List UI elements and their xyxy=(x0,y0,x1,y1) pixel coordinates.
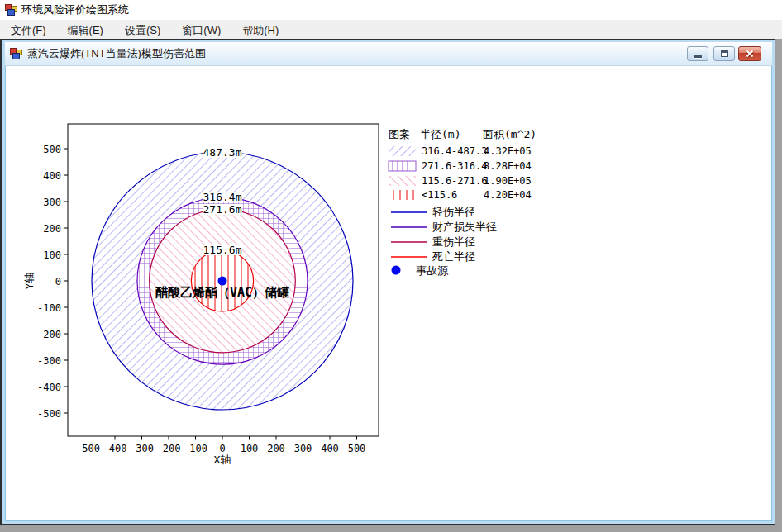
close-icon xyxy=(745,49,755,59)
menu-help[interactable]: 帮助(H) xyxy=(231,20,289,39)
close-button[interactable] xyxy=(738,46,761,61)
menu-bar: 文件(F) 编辑(E) 设置(S) 窗口(W) 帮助(H) xyxy=(0,20,782,39)
minimize-icon xyxy=(694,55,702,58)
main-titlebar: 环境风险评价绘图系统 xyxy=(0,0,782,20)
menu-edit[interactable]: 编辑(E) xyxy=(57,20,114,39)
minimize-button[interactable] xyxy=(687,46,708,61)
menu-window[interactable]: 窗口(W) xyxy=(171,20,231,39)
window-controls xyxy=(682,46,761,61)
restore-button[interactable] xyxy=(713,46,735,61)
restore-icon xyxy=(721,50,728,57)
mdi-client-area: 蒸汽云爆炸(TNT当量法)模型伤害范围 xyxy=(0,39,775,525)
child-window: 蒸汽云爆炸(TNT当量法)模型伤害范围 xyxy=(2,40,775,524)
menu-settings[interactable]: 设置(S) xyxy=(114,20,171,39)
app-icon xyxy=(5,4,17,16)
app-title: 环境风险评价绘图系统 xyxy=(21,2,129,17)
child-window-icon xyxy=(10,48,22,59)
child-window-title: 蒸汽云爆炸(TNT当量法)模型伤害范围 xyxy=(27,46,206,61)
menu-file[interactable]: 文件(F) xyxy=(0,20,57,39)
child-titlebar[interactable]: 蒸汽云爆炸(TNT当量法)模型伤害范围 xyxy=(5,42,772,66)
